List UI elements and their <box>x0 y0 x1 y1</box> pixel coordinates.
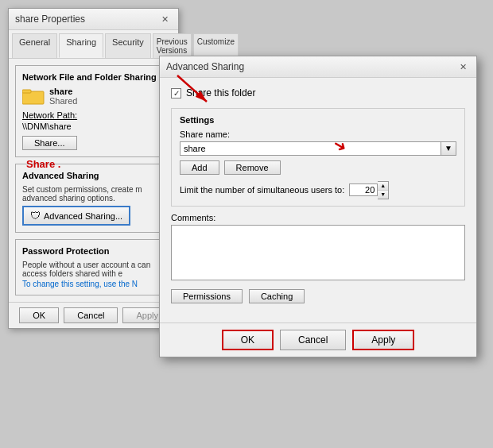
tab-sharing[interactable]: Sharing <box>59 33 103 58</box>
share-properties-close[interactable]: ✕ <box>158 14 172 25</box>
tab-general[interactable]: General <box>12 33 57 58</box>
network-sharing-title: Network File and Folder Sharing <box>22 72 165 82</box>
share-properties-window: share Properties ✕ General Sharing Secur… <box>8 8 179 329</box>
advanced-sharing-section: Advanced Sharing Set custom permissions,… <box>15 164 172 233</box>
shield-icon: 🛡 <box>30 210 41 222</box>
settings-group: Settings Share name: ▼ Add Remove Limit … <box>171 108 465 207</box>
share-cancel-button[interactable]: Cancel <box>64 307 118 323</box>
limit-users-row: Limit the number of simultaneous users t… <box>180 181 456 199</box>
svg-rect-1 <box>22 90 31 93</box>
advanced-sharing-desc: Set custom permissions, create m advance… <box>22 185 165 203</box>
add-remove-row: Add Remove <box>180 160 456 175</box>
share-name-row: ▼ <box>180 141 456 156</box>
network-sharing-section: Network File and Folder Sharing share Sh… <box>15 65 172 157</box>
comments-textarea[interactable] <box>171 225 465 280</box>
perm-cache-row: Permissions Caching <box>171 289 465 303</box>
folder-status: Shared <box>49 96 77 106</box>
share-folder-label: Share this folder <box>186 87 255 98</box>
tab-previous-versions[interactable]: Previous Versions <box>153 33 192 58</box>
folder-info: share Shared <box>49 87 77 106</box>
spin-up-button[interactable]: ▲ <box>378 182 388 191</box>
adv-cancel-button[interactable]: Cancel <box>280 330 346 350</box>
user-limit-spinner: ▲ ▼ <box>349 181 389 199</box>
folder-name: share <box>49 87 77 96</box>
share-name-label: Share name: <box>180 129 456 139</box>
advanced-sharing-body: ➜ ✓ Share this folder Settings Share nam… <box>160 78 476 322</box>
adv-ok-button[interactable]: OK <box>222 330 274 350</box>
folder-icon <box>22 87 45 106</box>
share-button[interactable]: Share... <box>22 136 77 150</box>
folder-row: share Shared <box>22 87 165 106</box>
share-properties-body: Network File and Folder Sharing share Sh… <box>9 59 178 302</box>
pw-link[interactable]: To change this setting, use the N <box>22 280 165 288</box>
tab-customize[interactable]: Customize <box>193 33 239 58</box>
share-ok-button[interactable]: OK <box>19 307 59 323</box>
advanced-sharing-dialog-title: Advanced Sharing <box>166 61 244 72</box>
advanced-sharing-button[interactable]: 🛡 Advanced Sharing... <box>22 206 130 226</box>
checkmark-icon: ✓ <box>173 89 180 98</box>
pw-description: People without a user account a can acce… <box>22 261 165 278</box>
advanced-sharing-titlebar: Advanced Sharing ✕ <box>160 56 476 78</box>
share-name-input[interactable] <box>180 141 441 156</box>
share-properties-footer: OK Cancel Apply <box>9 302 178 328</box>
add-button[interactable]: Add <box>180 160 219 175</box>
password-protection-title: Password Protection <box>22 246 165 256</box>
comments-label: Comments: <box>171 213 465 222</box>
dropdown-arrow-icon[interactable]: ▼ <box>441 141 456 156</box>
tab-security[interactable]: Security <box>105 33 151 58</box>
advanced-sharing-dialog: Advanced Sharing ✕ ➜ ✓ Share this folder… <box>159 56 477 357</box>
caching-button[interactable]: Caching <box>249 289 305 303</box>
adv-apply-button[interactable]: Apply <box>352 330 414 350</box>
advanced-sharing-close[interactable]: ✕ <box>456 62 470 72</box>
remove-button[interactable]: Remove <box>224 160 281 175</box>
limit-users-label: Limit the number of simultaneous users t… <box>180 185 344 195</box>
user-limit-input[interactable] <box>349 183 378 196</box>
advanced-sharing-footer: OK Cancel Apply <box>160 322 476 357</box>
advanced-sharing-title: Advanced Sharing <box>22 171 165 180</box>
permissions-button[interactable]: Permissions <box>171 289 243 303</box>
share-folder-checkbox[interactable]: ✓ <box>171 88 181 98</box>
advanced-sharing-btn-label: Advanced Sharing... <box>44 211 122 221</box>
spinner-buttons: ▲ ▼ <box>378 181 389 199</box>
settings-label: Settings <box>180 115 456 125</box>
password-protection-section: Password Protection People without a use… <box>15 239 172 295</box>
share-properties-titlebar: share Properties ✕ <box>9 9 178 30</box>
network-path-label: Network Path: <box>22 110 165 120</box>
share-properties-title: share Properties <box>15 14 85 25</box>
spin-down-button[interactable]: ▼ <box>378 191 388 199</box>
tabs-bar: General Sharing Security Previous Versio… <box>9 30 178 59</box>
share-folder-row: ➜ ✓ Share this folder <box>171 87 465 98</box>
network-path-value: \\DNM\share <box>22 122 165 131</box>
